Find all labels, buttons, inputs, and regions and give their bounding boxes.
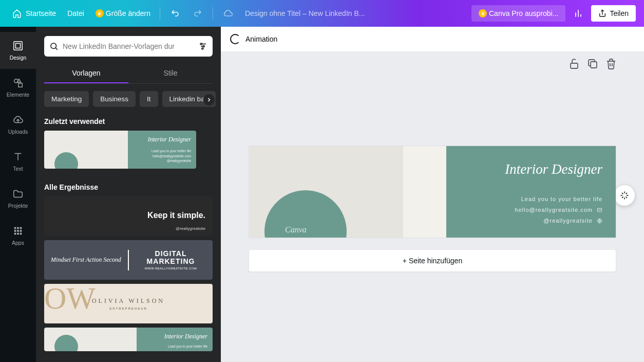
home-button[interactable]: Startseite bbox=[8, 6, 60, 21]
rail-text[interactable]: Text bbox=[0, 143, 36, 180]
canvas-area: Animation Canva Interior Designer bbox=[221, 27, 644, 362]
home-label: Startseite bbox=[26, 9, 56, 17]
filter-chips: Marketing Business It Linkedin ban bbox=[44, 91, 213, 107]
design-page[interactable]: Canva Interior Designer Lead you to your… bbox=[249, 146, 616, 238]
rail-apps[interactable]: Apps bbox=[0, 217, 36, 254]
insights-button[interactable] bbox=[569, 4, 588, 23]
undo-button[interactable] bbox=[165, 4, 185, 23]
apps-icon bbox=[12, 225, 24, 237]
template-sub: Lead you to your better life bbox=[168, 344, 207, 349]
animation-button[interactable]: Animation bbox=[245, 35, 277, 43]
template-olivia[interactable]: OLIVIA WILSON ENTREPRENEUR bbox=[44, 284, 213, 323]
svg-rect-4 bbox=[14, 227, 16, 229]
svg-rect-9 bbox=[20, 230, 22, 232]
share-label: Teilen bbox=[610, 9, 629, 17]
rail-uploads[interactable]: Uploads bbox=[0, 106, 36, 143]
search-bar bbox=[44, 36, 213, 57]
filter-icon[interactable] bbox=[198, 42, 207, 51]
duplicate-button[interactable] bbox=[586, 58, 599, 70]
template-title: Interior Designer bbox=[164, 333, 207, 340]
resize-button[interactable]: ♛ Größe ändern bbox=[91, 6, 155, 21]
duplicate-icon bbox=[586, 58, 599, 70]
template-right: DIGITAL MARKETING WWW.REALLYGREATSITE.CO… bbox=[129, 250, 213, 270]
search-icon bbox=[49, 42, 59, 51]
design-icon bbox=[12, 40, 24, 51]
svg-rect-10 bbox=[14, 233, 16, 235]
undo-icon bbox=[171, 9, 180, 18]
canvas-scroll[interactable]: Canva Interior Designer Lead you to your… bbox=[221, 51, 644, 362]
home-icon bbox=[12, 9, 22, 18]
template-role: ENTREPRENEUR bbox=[109, 307, 147, 310]
watermark: Canva bbox=[285, 225, 307, 234]
share-icon bbox=[598, 9, 607, 17]
template-handle: @reallygreatsite bbox=[176, 226, 205, 231]
svg-rect-17 bbox=[571, 63, 578, 68]
tab-templates[interactable]: Vorlagen bbox=[44, 64, 128, 83]
chip-business[interactable]: Business bbox=[93, 91, 136, 107]
svg-rect-7 bbox=[14, 230, 16, 232]
info-line-1: Lead you to your better life bbox=[515, 194, 602, 205]
recent-heading: Zuletzt verwendet bbox=[44, 117, 213, 125]
cloud-status[interactable] bbox=[218, 4, 238, 23]
add-page-button[interactable]: + Seite hinzufügen bbox=[249, 250, 616, 272]
template-digital-marketing[interactable]: Mindset First Action Second DIGITAL MARK… bbox=[44, 240, 213, 280]
svg-rect-11 bbox=[17, 233, 19, 235]
redo-button[interactable] bbox=[188, 4, 207, 23]
svg-rect-6 bbox=[20, 227, 22, 229]
info-line-3: @reallygreatsite bbox=[515, 215, 602, 226]
rail-projects[interactable]: Projekte bbox=[0, 180, 36, 217]
rail-design[interactable]: Design bbox=[0, 32, 36, 69]
template-interior-2[interactable]: Interior Designer Lead you to your bette… bbox=[44, 328, 213, 351]
globe-icon bbox=[597, 218, 602, 224]
svg-rect-8 bbox=[17, 230, 19, 232]
svg-point-14 bbox=[201, 43, 202, 45]
chips-scroll-right[interactable] bbox=[203, 94, 215, 105]
rail-elements-label: Elemente bbox=[7, 92, 29, 98]
try-pro-label: Canva Pro ausprobi... bbox=[489, 9, 558, 17]
chip-marketing[interactable]: Marketing bbox=[44, 91, 89, 107]
lock-button[interactable] bbox=[568, 58, 580, 70]
share-button[interactable]: Teilen bbox=[591, 5, 636, 22]
file-menu[interactable]: Datei bbox=[63, 6, 88, 21]
templates-panel: Vorlagen Stile Marketing Business It Lin… bbox=[36, 27, 221, 362]
bar-chart-icon bbox=[573, 8, 583, 19]
search-input[interactable] bbox=[63, 42, 194, 50]
svg-rect-0 bbox=[14, 42, 23, 50]
svg-rect-12 bbox=[20, 233, 22, 235]
template-title: Interior Designer bbox=[148, 136, 191, 143]
folder-icon bbox=[12, 188, 24, 200]
svg-rect-1 bbox=[15, 43, 20, 48]
divider bbox=[213, 7, 213, 20]
rail-projects-label: Projekte bbox=[8, 203, 28, 209]
chip-it[interactable]: It bbox=[140, 91, 158, 107]
document-title-input[interactable] bbox=[241, 9, 374, 17]
elements-icon bbox=[12, 77, 24, 88]
divider bbox=[160, 7, 160, 20]
animation-icon bbox=[230, 34, 240, 44]
trash-icon bbox=[605, 58, 617, 70]
rail-elements[interactable]: Elemente bbox=[0, 69, 36, 106]
svg-point-15 bbox=[203, 46, 204, 47]
template-name: OLIVIA WILSON bbox=[92, 297, 165, 305]
cloud-icon bbox=[223, 8, 233, 19]
rail-design-label: Design bbox=[10, 55, 27, 61]
text-icon bbox=[12, 151, 24, 162]
template-text: Keep it simple. bbox=[147, 211, 205, 220]
tab-styles[interactable]: Stile bbox=[128, 64, 213, 83]
banner-title[interactable]: Interior Designer bbox=[505, 161, 602, 177]
rail-apps-label: Apps bbox=[12, 240, 24, 246]
svg-rect-5 bbox=[17, 227, 19, 229]
template-sub: Lead you to your better life hello@reall… bbox=[151, 149, 191, 164]
panel-tabs: Vorlagen Stile bbox=[44, 64, 213, 84]
template-keep-simple[interactable]: Keep it simple. @reallygreatsite bbox=[44, 196, 213, 236]
crown-icon: ♛ bbox=[479, 9, 487, 17]
top-bar: Startseite Datei ♛ Größe ändern ♛ Canva … bbox=[0, 0, 644, 27]
template-recent-interior[interactable]: Interior Designer Lead you to your bette… bbox=[44, 131, 196, 169]
try-pro-button[interactable]: ♛ Canva Pro ausprobi... bbox=[471, 5, 565, 22]
svg-rect-3 bbox=[18, 83, 22, 87]
svg-rect-18 bbox=[591, 62, 597, 68]
rail-uploads-label: Uploads bbox=[8, 129, 28, 135]
delete-button[interactable] bbox=[605, 58, 617, 70]
comment-fab[interactable] bbox=[614, 185, 635, 206]
banner-info[interactable]: Lead you to your better life hello@reall… bbox=[515, 194, 602, 226]
